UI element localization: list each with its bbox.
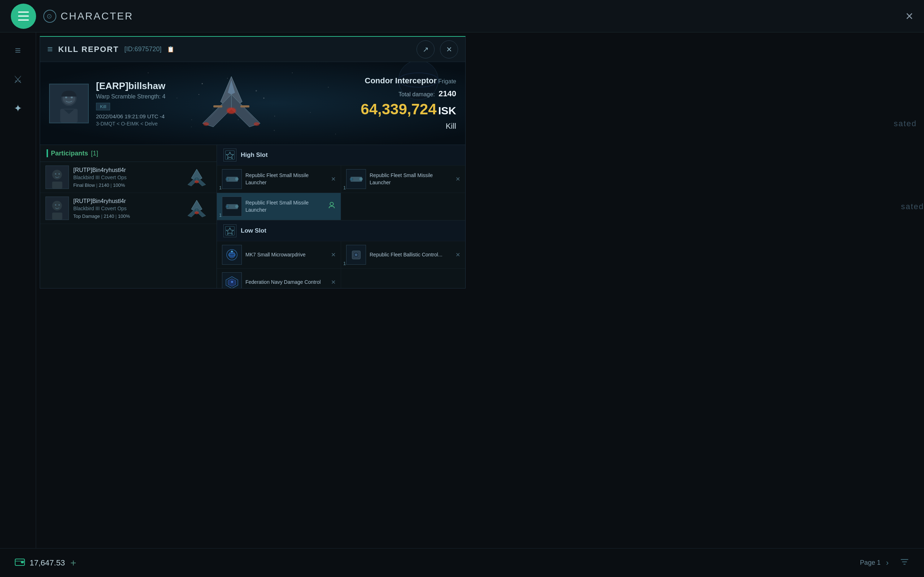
participant-avatar-img-1 <box>46 166 69 189</box>
damage-value: 2140 <box>439 89 456 98</box>
equip-qty-high-3: 1 <box>219 213 221 218</box>
svg-rect-49 <box>52 213 62 220</box>
wallet-icon <box>15 556 25 569</box>
participant-ship-thumb-2 <box>182 198 211 218</box>
equip-close-low-3[interactable]: ✕ <box>331 279 336 285</box>
svg-point-37 <box>52 170 62 180</box>
isk-display: 64,339,724 ISK <box>360 101 456 118</box>
svg-rect-30 <box>241 105 249 108</box>
ship-name: Condor Interceptor <box>365 76 437 85</box>
panel-actions: ↗ ✕ <box>417 40 458 58</box>
panel-close-button[interactable]: ✕ <box>440 40 458 58</box>
equip-close-high-2[interactable]: ✕ <box>456 176 460 182</box>
svg-point-60 <box>226 178 228 180</box>
add-wallet-button[interactable]: + <box>70 557 76 569</box>
hamburger-button[interactable] <box>11 3 36 29</box>
bottom-bar: 17,647.53 + Page 1 › <box>0 548 924 577</box>
low-slot-header: Low Slot <box>217 221 465 241</box>
svg-point-58 <box>235 177 238 181</box>
top-bar: ⊙ CHARACTER × <box>0 0 924 32</box>
participant-info-1: [RUTP]Bin4ryhustl4r Blackbird III Covert… <box>73 167 178 188</box>
participant-meta-2: Top Damage | 2140 | 100% <box>73 213 178 219</box>
svg-point-53 <box>195 211 199 214</box>
panel-title: KILL REPORT <box>58 45 119 54</box>
equip-item-high-3[interactable]: 1 Republic Fleet Small Missile Launcher <box>217 193 341 220</box>
equip-item-low-4[interactable] <box>341 269 465 288</box>
svg-point-65 <box>351 178 352 180</box>
sidebar-sword-button[interactable]: ⚔ <box>7 69 29 90</box>
panel-id: [ID:6975720] <box>124 45 162 53</box>
equip-name-low-1: MK7 Small Microwarpdrive <box>246 251 327 259</box>
high-slot-title: High Slot <box>241 152 268 159</box>
right-edge-text-1: sated <box>894 119 917 128</box>
participant-info-2: [RUTP]Bin4ryhustl4r Blackbird III Covert… <box>73 198 178 219</box>
kill-report-panel: ≡ KILL REPORT [ID:6975720] 📋 ↗ ✕ <box>40 36 465 288</box>
equip-item-high-1[interactable]: 1 Republic Fleet Small Missile Launcher <box>217 166 341 193</box>
svg-point-10 <box>335 134 336 134</box>
page-next-button[interactable]: › <box>886 558 888 567</box>
svg-point-82 <box>354 253 357 256</box>
equip-item-low-2[interactable]: 1 Republic Fleet Ballistic Control... ✕ <box>341 241 465 269</box>
svg-point-70 <box>226 205 228 207</box>
svg-point-32 <box>199 94 199 95</box>
participants-title: Participants <box>51 150 88 157</box>
svg-point-68 <box>235 205 238 208</box>
equip-item-low-1[interactable]: MK7 Small Microwarpdrive ✕ <box>217 241 341 269</box>
sidebar-star-button[interactable]: ✦ <box>7 97 29 119</box>
page-label: Page 1 <box>860 559 881 567</box>
participant-item[interactable]: [RUTP]Bin4ryhustl4r Blackbird III Covert… <box>40 162 216 193</box>
kill-type-label: Kill <box>360 121 456 131</box>
app-title: CHARACTER <box>61 10 133 22</box>
high-slot-section: High Slot 1 <box>217 145 465 221</box>
right-edge-text-2: sated <box>901 202 924 211</box>
svg-text:✦: ✦ <box>230 280 234 284</box>
export-button[interactable]: ↗ <box>417 40 435 58</box>
left-sidebar: ≡ ⚔ ✦ <box>0 32 36 577</box>
equip-item-high-4[interactable] <box>341 193 465 220</box>
panel-header: ≡ KILL REPORT [ID:6975720] 📋 ↗ ✕ <box>40 37 465 62</box>
svg-point-25 <box>254 122 260 126</box>
equip-icon-high-2 <box>346 169 366 189</box>
participant-name-2: [RUTP]Bin4ryhustl4r <box>73 198 178 205</box>
svg-marker-73 <box>226 228 234 234</box>
kill-badge: Kill <box>96 103 110 110</box>
equip-close-low-2[interactable]: ✕ <box>456 251 460 258</box>
equip-icon-high-3 <box>222 197 242 216</box>
equip-close-low-1[interactable]: ✕ <box>331 251 336 258</box>
svg-point-33 <box>263 98 265 99</box>
equipment-column: High Slot 1 <box>217 145 465 288</box>
low-slot-icon <box>223 224 236 237</box>
participant-avatar-img-2 <box>46 197 69 220</box>
low-slot-items: MK7 Small Microwarpdrive ✕ 1 <box>217 241 465 288</box>
equip-item-low-3[interactable]: 1 ✦ Federation Navy Damage Control ✕ <box>217 269 341 288</box>
equip-qty-high-1: 1 <box>219 185 221 190</box>
equip-close-high-1[interactable]: ✕ <box>331 176 336 182</box>
svg-point-46 <box>52 201 62 211</box>
equip-qty-low-2: 1 <box>343 261 346 266</box>
svg-rect-40 <box>52 182 62 189</box>
pagination: Page 1 › <box>860 558 888 567</box>
equip-item-high-2[interactable]: 1 Republic Fleet Small Missile Launcher <box>341 166 465 193</box>
participant-item-2[interactable]: [RUTP]Bin4ryhustl4r Blackbird III Covert… <box>40 193 216 224</box>
app-close-button[interactable]: × <box>906 9 913 24</box>
high-slot-icon <box>223 148 236 161</box>
victim-avatar-image <box>50 84 88 122</box>
svg-point-44 <box>195 180 199 183</box>
panel-menu-icon[interactable]: ≡ <box>47 44 53 55</box>
copy-id-button[interactable]: 📋 <box>167 46 174 53</box>
equip-name-low-3: Federation Navy Damage Control <box>246 279 327 286</box>
wallet-value: 17,647.53 <box>30 558 65 567</box>
svg-rect-90 <box>21 561 24 563</box>
character-icon: ⊙ <box>43 10 56 23</box>
participant-avatar-2 <box>45 197 69 220</box>
svg-point-48 <box>58 204 60 206</box>
svg-point-34 <box>274 116 275 116</box>
high-slot-header: High Slot <box>217 145 465 166</box>
sidebar-menu-button[interactable]: ≡ <box>7 40 29 61</box>
participant-avatar-1 <box>45 166 69 189</box>
svg-point-39 <box>58 173 60 174</box>
equip-name-high-2: Republic Fleet Small Missile Launcher <box>370 172 452 186</box>
filter-button[interactable] <box>900 557 909 569</box>
svg-point-47 <box>55 204 56 206</box>
participants-header: Participants [1] <box>40 145 216 162</box>
